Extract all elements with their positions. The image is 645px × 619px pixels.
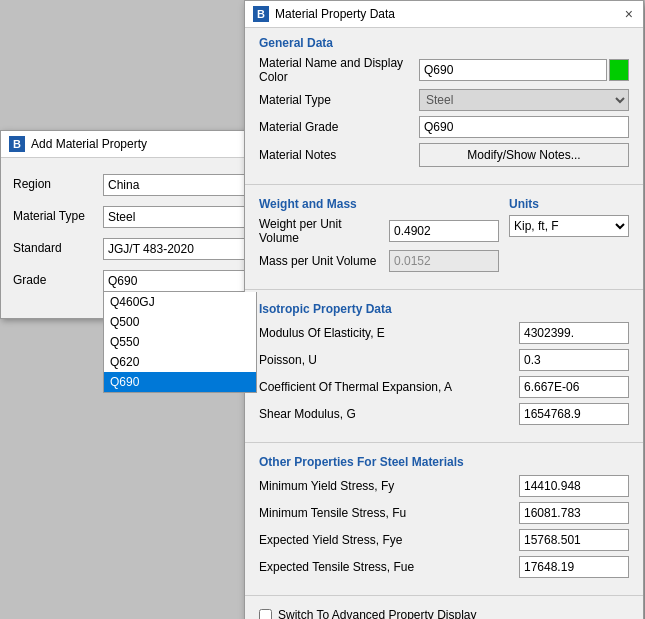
- material-type-select[interactable]: Steel: [419, 89, 629, 111]
- material-name-input[interactable]: [419, 59, 607, 81]
- material-grade-input[interactable]: [419, 116, 629, 138]
- grade-option-q500[interactable]: Q500: [104, 312, 256, 332]
- isotropic-section: Isotropic Property Data Modulus Of Elast…: [245, 294, 643, 438]
- poisson-input[interactable]: [519, 349, 629, 371]
- thermal-row: Coefficient Of Thermal Expansion, A: [259, 376, 629, 398]
- material-notes-label: Material Notes: [259, 148, 419, 162]
- material-name-label: Material Name and Display Color: [259, 56, 419, 84]
- advanced-checkbox[interactable]: [259, 609, 272, 620]
- behind-window-title: Add Material Property: [31, 137, 147, 151]
- grade-option-q620[interactable]: Q620: [104, 352, 256, 372]
- grade-option-q550[interactable]: Q550: [104, 332, 256, 352]
- thermal-input[interactable]: [519, 376, 629, 398]
- mass-input[interactable]: [389, 250, 499, 272]
- weight-mass-section: Weight and Mass Weight per Unit Volume M…: [245, 189, 643, 285]
- region-label: Region: [13, 174, 103, 191]
- advanced-checkbox-row: Switch To Advanced Property Display: [245, 600, 643, 619]
- behind-title-bar: B Add Material Property: [1, 131, 269, 158]
- shear-input[interactable]: [519, 403, 629, 425]
- front-window-title: Material Property Data: [275, 7, 395, 21]
- shear-row: Shear Modulus, G: [259, 403, 629, 425]
- min-yield-input[interactable]: [519, 475, 629, 497]
- exp-yield-row: Expected Yield Stress, Fye: [259, 529, 629, 551]
- units-select[interactable]: Kip, ft, F: [509, 215, 629, 237]
- general-data-section: General Data Material Name and Display C…: [245, 28, 643, 180]
- weight-label: Weight per Unit Volume: [259, 217, 389, 245]
- material-grade-label: Material Grade: [259, 120, 419, 134]
- min-tensile-input[interactable]: [519, 502, 629, 524]
- shear-label: Shear Modulus, G: [259, 407, 519, 421]
- poisson-label: Poisson, U: [259, 353, 519, 367]
- exp-yield-label: Expected Yield Stress, Fye: [259, 533, 519, 547]
- exp-tensile-input[interactable]: [519, 556, 629, 578]
- grade-selected-display[interactable]: Q690: [103, 270, 257, 292]
- grade-dropdown-list[interactable]: Q460GJ Q500 Q550 Q620 Q690: [103, 292, 257, 393]
- standard-label: Standard: [13, 238, 103, 255]
- grade-option-q690[interactable]: Q690: [104, 372, 256, 392]
- material-type-label: Material Type: [13, 206, 103, 223]
- min-tensile-label: Minimum Tensile Stress, Fu: [259, 506, 519, 520]
- grade-dropdown-container[interactable]: Q690 Q460GJ Q500 Q550 Q620 Q690: [103, 270, 257, 292]
- front-b-icon: B: [253, 6, 269, 22]
- material-type-row-front: Material Type Steel: [259, 89, 629, 111]
- min-yield-row: Minimum Yield Stress, Fy: [259, 475, 629, 497]
- material-property-data-window: B Material Property Data × General Data …: [244, 0, 644, 619]
- behind-b-icon: B: [9, 136, 25, 152]
- front-title-bar: B Material Property Data ×: [245, 1, 643, 28]
- weight-input[interactable]: [389, 220, 499, 242]
- material-name-row: Material Name and Display Color: [259, 56, 629, 84]
- weight-mass-label: Weight and Mass: [259, 197, 499, 211]
- other-properties-section: Other Properties For Steel Materials Min…: [245, 447, 643, 591]
- isotropic-label: Isotropic Property Data: [259, 302, 629, 316]
- units-label: Units: [509, 197, 629, 211]
- region-row: Region: [13, 174, 257, 196]
- material-notes-row: Material Notes Modify/Show Notes...: [259, 143, 629, 167]
- grade-option-q460gj[interactable]: Q460GJ: [104, 292, 256, 312]
- poisson-row: Poisson, U: [259, 349, 629, 371]
- thermal-label: Coefficient Of Thermal Expansion, A: [259, 380, 519, 394]
- mass-label: Mass per Unit Volume: [259, 254, 389, 268]
- general-data-label: General Data: [259, 36, 629, 50]
- exp-yield-input[interactable]: [519, 529, 629, 551]
- other-properties-label: Other Properties For Steel Materials: [259, 455, 629, 469]
- mass-row: Mass per Unit Volume: [259, 250, 499, 272]
- exp-tensile-label: Expected Tensile Stress, Fue: [259, 560, 519, 574]
- close-button[interactable]: ×: [623, 7, 635, 21]
- modify-notes-button[interactable]: Modify/Show Notes...: [419, 143, 629, 167]
- standard-input[interactable]: [103, 238, 257, 260]
- material-grade-row: Material Grade: [259, 116, 629, 138]
- exp-tensile-row: Expected Tensile Stress, Fue: [259, 556, 629, 578]
- weight-row: Weight per Unit Volume: [259, 217, 499, 245]
- min-yield-label: Minimum Yield Stress, Fy: [259, 479, 519, 493]
- grade-row: Grade Q690 Q460GJ Q500 Q550 Q620 Q690: [13, 270, 257, 292]
- standard-row: Standard: [13, 238, 257, 260]
- modulus-label: Modulus Of Elasticity, E: [259, 326, 519, 340]
- region-input[interactable]: [103, 174, 257, 196]
- min-tensile-row: Minimum Tensile Stress, Fu: [259, 502, 629, 524]
- add-material-property-window: B Add Material Property Region Material …: [0, 130, 270, 319]
- advanced-checkbox-label: Switch To Advanced Property Display: [278, 608, 477, 619]
- color-display[interactable]: [609, 59, 629, 81]
- material-type-input[interactable]: [103, 206, 257, 228]
- modulus-row: Modulus Of Elasticity, E: [259, 322, 629, 344]
- modulus-input[interactable]: [519, 322, 629, 344]
- material-type-label-front: Material Type: [259, 93, 419, 107]
- grade-label: Grade: [13, 270, 103, 287]
- material-type-row: Material Type: [13, 206, 257, 228]
